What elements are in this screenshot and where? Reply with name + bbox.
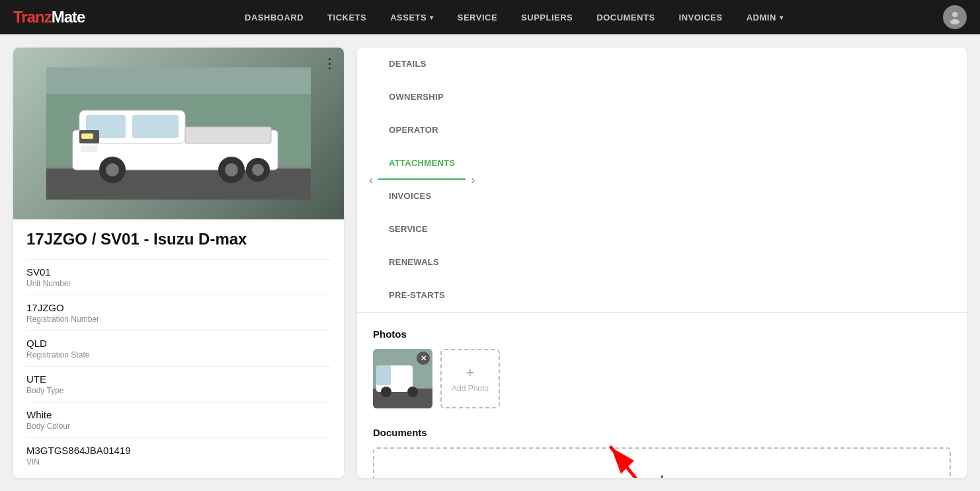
info-value: UTE	[26, 373, 331, 385]
svg-point-24	[381, 387, 391, 397]
info-value: QLD	[26, 338, 331, 349]
nav-item-documents[interactable]: DOCUMENTS	[585, 0, 667, 34]
info-label: VIN	[26, 457, 331, 467]
svg-point-16	[225, 163, 238, 176]
info-label: Unit Number	[26, 279, 331, 288]
info-value: 17JZGO	[26, 302, 331, 313]
more-options-button[interactable]: ⋮	[323, 56, 336, 71]
info-value: White	[26, 409, 331, 420]
vehicle-title: 17JZGO / SV01 - Isuzu D-max	[26, 230, 331, 248]
info-value: SV01	[26, 266, 331, 278]
svg-point-1	[950, 19, 960, 24]
tab-renewals[interactable]: RENEWALS	[378, 246, 466, 279]
add-document-button[interactable]: + Add Document	[373, 447, 951, 478]
main-nav: DASHBOARDTICKETSASSETS▾SERVICESUPPLIERSD…	[104, 0, 923, 34]
info-row: UTEBody Type	[26, 366, 331, 402]
add-photo-plus-icon: +	[466, 364, 475, 381]
nav-item-invoices[interactable]: INVOICES	[667, 0, 735, 34]
info-label: Registration State	[26, 350, 331, 359]
tab-service[interactable]: SERVICE	[378, 213, 466, 246]
photos-section-title: Photos	[373, 328, 951, 340]
nav-item-service[interactable]: SERVICE	[446, 0, 509, 34]
vehicle-info: 17JZGO / SV01 - Isuzu D-max SV01Unit Num…	[13, 219, 344, 478]
vehicle-fields: SV01Unit Number17JZGORegistration Number…	[26, 259, 331, 473]
svg-point-0	[952, 12, 958, 17]
tab-pre-starts[interactable]: PRE-STARTS	[378, 279, 466, 312]
svg-rect-11	[81, 133, 93, 139]
svg-rect-19	[81, 145, 97, 152]
vehicle-image-placeholder	[13, 48, 344, 219]
nav-item-dashboard[interactable]: DASHBOARD	[233, 0, 315, 34]
svg-rect-3	[46, 167, 311, 200]
svg-point-18	[252, 164, 264, 176]
photo-thumbnail: ✕	[373, 349, 432, 408]
nav-item-suppliers[interactable]: SUPPLIERS	[509, 0, 585, 34]
tab-next-button[interactable]: ›	[466, 163, 480, 196]
info-row: SV01Unit Number	[26, 259, 331, 295]
vehicle-image-container: ⋮	[13, 48, 344, 219]
info-label: Body Colour	[26, 422, 331, 431]
attachments-tab-content: Photos ✕	[357, 313, 967, 478]
main-content: ⋮ 17JZGO / SV01 - Isuzu D-max SV01Unit N…	[0, 34, 980, 491]
truck-silhouette	[46, 65, 311, 202]
documents-section-title: Documents	[373, 427, 951, 438]
tab-prev-button[interactable]: ‹	[364, 163, 378, 196]
logo[interactable]: TranzMate	[13, 8, 85, 26]
avatar[interactable]	[943, 5, 967, 29]
add-photo-label: Add Photo	[452, 384, 489, 393]
left-panel: ⋮ 17JZGO / SV01 - Isuzu D-max SV01Unit N…	[13, 48, 344, 478]
tabs-bar: ‹ DETAILSOWNERSHIPOPERATORATTACHMENTSINV…	[357, 48, 967, 313]
photos-row: ✕ + Add Photo	[373, 349, 951, 408]
tabs-container: DETAILSOWNERSHIPOPERATORATTACHMENTSINVOI…	[378, 48, 466, 312]
tab-ownership[interactable]: OWNERSHIP	[378, 81, 466, 114]
tab-invoices[interactable]: INVOICES	[378, 180, 466, 213]
tab-attachments[interactable]: ATTACHMENTS	[378, 147, 466, 180]
svg-rect-23	[376, 365, 391, 385]
photo-remove-button[interactable]: ✕	[417, 352, 430, 365]
svg-point-14	[106, 163, 119, 176]
info-value: M3GTGS864JBA01419	[26, 445, 331, 456]
info-row: WhiteBody Colour	[26, 402, 331, 437]
logo-mate: Mate	[52, 8, 85, 26]
svg-rect-12	[185, 127, 271, 143]
chevron-down-icon: ▾	[780, 14, 784, 21]
info-label: Body Type	[26, 386, 331, 395]
nav-item-tickets[interactable]: TICKETS	[315, 0, 378, 34]
info-row: QLDRegistration State	[26, 330, 331, 366]
info-row: M3GTGS864JBA01419VIN	[26, 437, 331, 473]
svg-rect-9	[132, 115, 179, 138]
nav-item-assets[interactable]: ASSETS▾	[378, 0, 446, 34]
add-document-plus-icon: +	[656, 469, 669, 478]
info-label: Registration Number	[26, 315, 331, 324]
nav-item-admin[interactable]: ADMIN▾	[735, 0, 796, 34]
info-row: 17JZGORegistration Number	[26, 295, 331, 330]
chevron-down-icon: ▾	[430, 14, 434, 21]
tab-operator[interactable]: OPERATOR	[378, 114, 466, 147]
right-panel: ‹ DETAILSOWNERSHIPOPERATORATTACHMENTSINV…	[357, 48, 967, 478]
header: TranzMate DASHBOARDTICKETSASSETS▾SERVICE…	[0, 0, 980, 34]
add-photo-button[interactable]: + Add Photo	[440, 349, 500, 408]
header-right	[943, 5, 967, 29]
logo-tranz: Tranz	[13, 8, 52, 26]
tab-details[interactable]: DETAILS	[378, 48, 466, 81]
svg-point-25	[407, 387, 418, 397]
